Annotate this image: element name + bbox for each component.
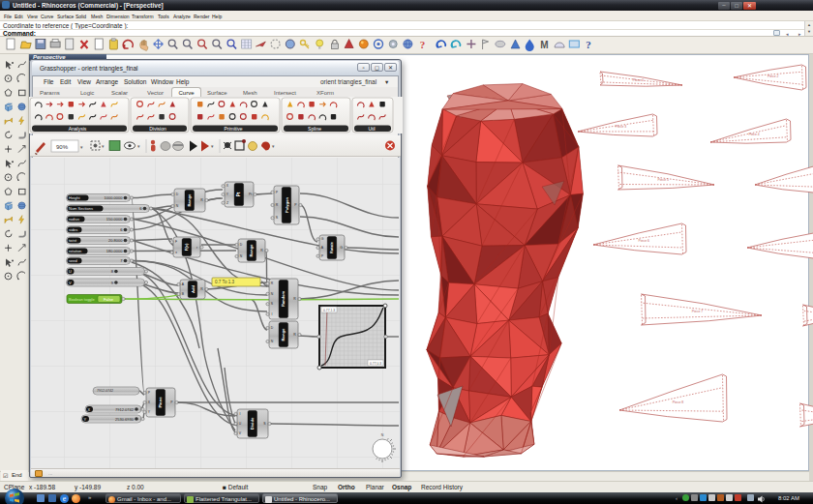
svg-text:0.7 To 1.3: 0.7 To 1.3 — [215, 280, 235, 284]
svg-text:Divide: Divide — [250, 417, 255, 430]
svg-text:Y: Y — [84, 417, 87, 422]
svg-text:U: U — [69, 269, 72, 274]
svg-text:0.77,0.3: 0.77,0.3 — [370, 362, 381, 366]
svg-text:I: I — [240, 412, 241, 416]
svg-text:F: F — [175, 240, 177, 244]
svg-text:Pt: Pt — [236, 192, 241, 196]
svg-text:seed: seed — [69, 258, 77, 263]
svg-text:sides: sides — [69, 227, 77, 232]
svg-text:rotation: rotation — [69, 249, 81, 253]
svg-text:Boolean toggle: Boolean toggle — [69, 297, 95, 302]
svg-text:1000.0000: 1000.0000 — [105, 195, 124, 200]
svg-text:Num Sections: Num Sections — [69, 206, 93, 211]
svg-text:0.77,1.3: 0.77,1.3 — [323, 309, 335, 312]
svg-text:Range: Range — [281, 328, 286, 341]
svg-text:X: X — [88, 407, 91, 412]
svg-text:G: G — [321, 237, 324, 241]
svg-text:Range: Range — [249, 244, 254, 256]
svg-text:▾: ▾ — [211, 143, 214, 149]
svg-text:Analysis: Analysis — [69, 126, 87, 132]
svg-text:V: V — [69, 281, 72, 285]
svg-text:Height: Height — [69, 195, 80, 200]
svg-text:Random: Random — [281, 291, 286, 307]
svg-text:7912.0742: 7912.0742 — [115, 407, 135, 412]
svg-text:Plane: Plane — [158, 397, 163, 408]
svg-text:Piece 8: Piece 8 — [673, 400, 683, 404]
svg-text:Util: Util — [368, 126, 375, 132]
svg-text:Pt: Pt — [249, 193, 252, 196]
svg-text:▾: ▾ — [80, 144, 83, 150]
svg-text:Range: Range — [187, 193, 192, 206]
svg-text:▾: ▾ — [272, 143, 275, 149]
svg-text:Spline: Spline — [308, 126, 321, 132]
svg-text:150.0000: 150.0000 — [106, 217, 123, 222]
svg-text:7912.0742: 7912.0742 — [97, 389, 113, 393]
svg-text:▾: ▾ — [102, 143, 105, 149]
svg-text:I: I — [272, 312, 273, 316]
svg-text:Polygon: Polygon — [285, 197, 289, 213]
svg-text:False: False — [104, 297, 114, 302]
svg-text:▾: ▾ — [137, 143, 140, 149]
svg-text:20.8000: 20.8000 — [108, 238, 123, 243]
svg-text:Primitive: Primitive — [224, 126, 242, 132]
svg-text:180.0000: 180.0000 — [106, 249, 123, 253]
svg-text:G: G — [340, 246, 343, 250]
svg-text:Rotate: Rotate — [330, 242, 334, 253]
svg-text:twist: twist — [69, 238, 77, 243]
svg-text:90%: 90% — [56, 144, 69, 150]
svg-text:Division: Division — [149, 126, 166, 132]
svg-text:Z: Z — [226, 201, 228, 205]
svg-text:radius: radius — [69, 217, 79, 222]
svg-text:2530.6930: 2530.6930 — [115, 417, 135, 422]
svg-text:Piece 6: Piece 6 — [639, 239, 649, 243]
svg-text:Add: Add — [191, 284, 196, 293]
svg-text:x: x — [175, 251, 177, 254]
svg-text:F(x): F(x) — [184, 243, 189, 251]
svg-text:Piece 7: Piece 7 — [692, 310, 703, 313]
